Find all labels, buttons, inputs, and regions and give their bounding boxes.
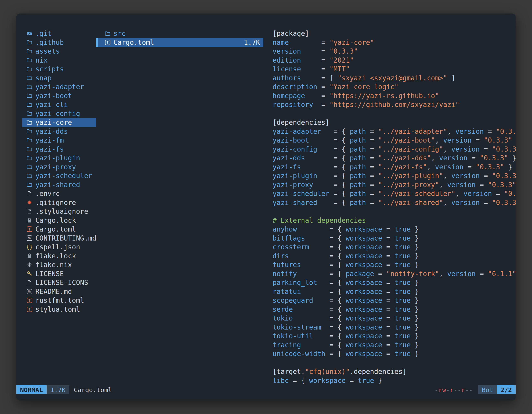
file-item-.gitignore[interactable]: .gitignore <box>22 198 96 207</box>
folder-icon <box>26 137 33 144</box>
file-item-.envrc[interactable]: .envrc <box>22 189 96 198</box>
dir-item-assets[interactable]: assets <box>22 47 96 56</box>
dir-item-yazi-dds[interactable]: yazi-dds <box>22 127 96 136</box>
file-item-README.md[interactable]: M↓README.md <box>22 287 96 296</box>
item-name: scripts <box>35 65 64 74</box>
file-item-LICENSE-ICONS[interactable]: LICENSE-ICONS <box>22 278 96 287</box>
preview-line: futures = { workspace = true } <box>273 260 516 270</box>
dir-item-yazi-core[interactable]: yazi-core <box>22 118 96 127</box>
preview-line <box>273 109 516 118</box>
item-name: yazi-adapter <box>35 82 84 91</box>
file-item-cspell.json[interactable]: {}cspell.json <box>22 243 96 251</box>
dir-item-yazi-scheduler[interactable]: yazi-scheduler <box>22 171 96 180</box>
md-icon: M↓ <box>26 288 33 295</box>
file-item-Cargo.toml[interactable]: TCargo.toml <box>22 225 96 234</box>
preview-line: ratatui = { workspace = true } <box>273 287 516 296</box>
item-name: Cargo.lock <box>35 216 76 225</box>
file-item-LICENSE[interactable]: LICENSE <box>22 270 96 278</box>
preview-line: description = "Yazi core logic" <box>273 82 516 91</box>
folder-icon <box>26 75 33 81</box>
file-permissions: -rw-r--r-- <box>435 385 473 394</box>
dir-item-nix[interactable]: nix <box>22 56 96 65</box>
item-name: .gitignore <box>35 198 76 207</box>
item-name: yazi-proxy <box>35 163 76 172</box>
file-item-Cargo.lock[interactable]: Cargo.lock <box>22 216 96 225</box>
dir-item-.git[interactable]: .git <box>22 29 96 38</box>
file-item-flake.nix[interactable]: flake.nix <box>22 260 96 270</box>
item-name: LICENSE <box>35 270 64 278</box>
folder-icon <box>26 39 33 46</box>
preview-line <box>273 358 516 367</box>
dir-item-yazi-fm[interactable]: yazi-fm <box>22 136 96 145</box>
item-name: .git <box>35 29 52 38</box>
preview-line: tracing = { workspace = true } <box>273 341 516 350</box>
item-name: LICENSE-ICONS <box>35 278 88 287</box>
lock-icon <box>26 253 33 259</box>
preview-line: serde = { workspace = true } <box>273 305 516 314</box>
hover-marker <box>96 38 98 47</box>
folder-icon <box>26 155 33 161</box>
file-item-flake.lock[interactable]: flake.lock <box>22 251 96 260</box>
toml-icon: T <box>26 226 33 232</box>
item-name: yazi-fs <box>35 145 64 154</box>
item-name: Cargo.toml <box>35 225 76 234</box>
item-name: yazi-dds <box>35 127 68 136</box>
item-name: flake.lock <box>35 251 76 260</box>
preview-line: yazi-proxy = { path = "../yazi-proxy", v… <box>273 180 516 189</box>
item-name: rustfmt.toml <box>35 296 84 305</box>
dir-item-.github[interactable]: .github <box>22 38 96 47</box>
preview-line: yazi-plugin = { path = "../yazi-plugin",… <box>273 171 516 180</box>
dir-item-yazi-adapter[interactable]: yazi-adapter <box>22 82 96 91</box>
preview-line: yazi-fs = { path = "../yazi-fs", version… <box>273 163 516 172</box>
item-name: stylua.toml <box>35 305 80 314</box>
file-item-stylua.toml[interactable]: Tstylua.toml <box>22 305 96 314</box>
preview-line: [package] <box>273 29 516 38</box>
preview-line <box>273 207 516 216</box>
terminal-window: .git.githubassetsnixscriptssnapyazi-adap… <box>16 13 516 401</box>
preview-line: [dependencies] <box>273 118 516 127</box>
preview-line: tokio-util = { workspace = true } <box>273 332 516 341</box>
preview-line: scopeguard = { workspace = true } <box>273 296 516 305</box>
item-name: flake.nix <box>35 260 72 270</box>
preview-line: authors = [ "sxyazi <sxyazi@gmail.com>" … <box>273 74 516 83</box>
folder-icon <box>26 173 33 179</box>
preview-line: anyhow = { workspace = true } <box>273 225 516 234</box>
dir-item-yazi-proxy[interactable]: yazi-proxy <box>22 163 96 172</box>
item-name: yazi-boot <box>35 91 72 100</box>
item-name: yazi-plugin <box>35 154 80 163</box>
preview-line: license = "MIT" <box>273 65 516 74</box>
dir-item-src[interactable]: src <box>96 29 263 38</box>
toml-icon: T <box>104 39 111 46</box>
item-name: yazi-scheduler <box>35 171 92 180</box>
file-icon <box>26 208 33 215</box>
dir-item-yazi-fs[interactable]: yazi-fs <box>22 145 96 154</box>
dir-item-scripts[interactable]: scripts <box>22 65 96 74</box>
preview-line: version = "0.3.3" <box>273 47 516 56</box>
file-item-CONTRIBUTING.md[interactable]: M↓CONTRIBUTING.md <box>22 234 96 243</box>
item-name: snap <box>35 74 52 83</box>
file-item-rustfmt.toml[interactable]: Trustfmt.toml <box>22 296 96 305</box>
preview-line: # External dependencies <box>273 216 516 225</box>
preview-line: edition = "2021" <box>273 56 516 65</box>
dir-item-snap[interactable]: snap <box>22 74 96 83</box>
mode-badge: NORMAL <box>16 385 47 394</box>
scroll-position-label: Bot <box>478 385 497 394</box>
folder-icon <box>26 101 33 108</box>
desktop: { "colors": { "terminal_background": "#1… <box>0 0 532 414</box>
md-icon: M↓ <box>26 235 33 241</box>
item-name: CONTRIBUTING.md <box>35 234 96 243</box>
folder-icon <box>26 164 33 170</box>
preview-line: yazi-boot = { path = "../yazi-boot", ver… <box>273 136 516 145</box>
key-icon <box>26 270 33 277</box>
item-name: .github <box>35 38 64 47</box>
preview-line: notify = { package = "notify-fork", vers… <box>273 270 516 278</box>
file-item-Cargo.toml[interactable]: TCargo.toml1.7K <box>96 38 263 47</box>
dir-item-yazi-cli[interactable]: yazi-cli <box>22 100 96 109</box>
file-item-.styluaignore[interactable]: .styluaignore <box>22 207 96 216</box>
dir-item-yazi-config[interactable]: yazi-config <box>22 109 96 118</box>
dir-item-yazi-plugin[interactable]: yazi-plugin <box>22 154 96 163</box>
dir-item-yazi-boot[interactable]: yazi-boot <box>22 91 96 100</box>
preview-line: bitflags = { workspace = true } <box>273 234 516 243</box>
dir-item-yazi-shared[interactable]: yazi-shared <box>22 180 96 189</box>
preview-line: yazi-dds = { path = "../yazi-dds", versi… <box>273 154 516 163</box>
